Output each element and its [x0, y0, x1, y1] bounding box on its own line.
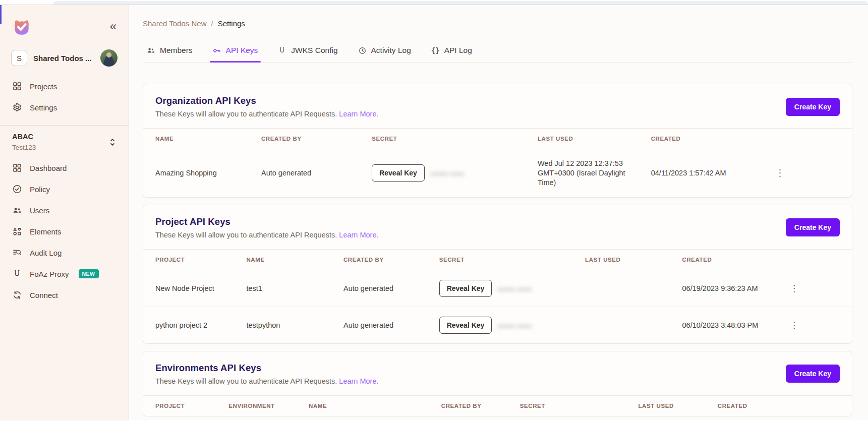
tab-label: API Keys	[226, 46, 258, 55]
sidebar-item-connect[interactable]: Connect	[7, 284, 122, 306]
table-row: New Node Projecttest1Auto generatedRevea…	[143, 270, 852, 307]
policy-icon	[12, 184, 22, 194]
row-menu-kebab-icon[interactable]: ⋮	[786, 319, 803, 332]
column-header: SECRET	[514, 395, 632, 416]
workspace-name: Shared Todos ...	[33, 54, 94, 63]
secret-cell: Reveal Key●●●●● ●●●●	[366, 149, 532, 197]
sidebar-item-label: Projects	[30, 82, 57, 91]
column-header: CREATED BY	[255, 129, 366, 149]
sliders-icon	[278, 46, 286, 55]
sidebar-item-label: Settings	[30, 103, 57, 112]
masked-secret: ●●●●● ●●●●	[431, 171, 465, 176]
column-header: LAST USED	[632, 395, 711, 416]
learn-more-link[interactable]: Learn More.	[339, 377, 378, 385]
table-row: python project 2testpythonAuto generated…	[143, 307, 852, 343]
tab-activity-log[interactable]: Activity Log	[357, 41, 412, 62]
tab-label: Activity Log	[371, 46, 411, 55]
table-cell: 06/19/2023 9:36:23 AM	[676, 270, 780, 307]
api-key-sections: Organization API KeysThese Keys will all…	[143, 84, 852, 416]
table-cell: python project 2	[143, 307, 240, 343]
table-cell: Auto generated	[255, 149, 366, 197]
breadcrumb: Shared Todos New / Settings	[143, 19, 852, 28]
breadcrumb-separator: /	[211, 19, 213, 28]
column-header: SECRET	[433, 249, 579, 270]
reveal-key-button[interactable]: Reveal Key	[372, 164, 425, 182]
card-header: Project API KeysThese Keys will allow yo…	[143, 205, 852, 249]
column-header: NAME	[303, 395, 435, 416]
sidebar-item-dashboard[interactable]: Dashboard	[7, 157, 122, 178]
new-badge: NEW	[79, 269, 99, 278]
section-subtitle: These Keys will allow you to authenticat…	[155, 231, 379, 239]
column-header: PROJECT	[143, 249, 240, 270]
card-header: Organization API KeysThese Keys will all…	[143, 84, 852, 128]
sidebar-primary-nav: ProjectsSettings	[0, 71, 129, 118]
row-menu-kebab-icon[interactable]: ⋮	[772, 166, 789, 179]
sidebar-item-projects[interactable]: Projects	[7, 76, 122, 97]
sidebar-item-label: Connect	[30, 291, 58, 299]
column-header: NAME	[240, 249, 337, 270]
tab-jwks-config[interactable]: JWKS Config	[277, 41, 338, 62]
sidebar-item-settings[interactable]: Settings	[7, 97, 122, 118]
section-title: Environments API Keys	[155, 363, 379, 374]
unfold-more-icon	[108, 137, 117, 147]
tab-api-log[interactable]: {}API Log	[430, 41, 473, 62]
column-header: ENVIRONMENT	[222, 395, 303, 416]
table-cell: 04/11/2023 1:57:42 AM	[645, 149, 766, 197]
section-title: Organization API Keys	[155, 95, 379, 106]
org-project-selector[interactable]: ABAC Test123	[0, 126, 129, 152]
row-menu-kebab-icon[interactable]: ⋮	[786, 282, 803, 295]
column-header: CREATED	[712, 395, 817, 416]
table-cell: New Node Project	[143, 270, 240, 307]
tab-label: Members	[160, 46, 193, 55]
create-key-button[interactable]: Create Key	[786, 98, 840, 116]
table-header-row: PROJECTENVIRONMENTNAMECREATED BYSECRETLA…	[143, 395, 852, 416]
sidebar: « S Shared Todos ... ProjectsSettings AB…	[0, 5, 129, 420]
card-header: Environments API KeysThese Keys will all…	[143, 351, 852, 395]
reveal-key-button[interactable]: Reveal Key	[439, 317, 492, 334]
secret-cell: Reveal Key●●●●● ●●●●	[433, 307, 579, 343]
table-cell: test1	[240, 270, 337, 307]
tab-members[interactable]: Members	[146, 41, 194, 62]
api-keys-table: PROJECTNAMECREATED BYSECRETLAST USEDCREA…	[143, 249, 852, 343]
secret-cell: Reveal Key●●●●● ●●●●	[433, 270, 579, 307]
sidebar-item-audit-log[interactable]: Audit Log	[7, 242, 122, 263]
key-icon	[213, 46, 221, 55]
actions-cell: ⋮	[780, 270, 852, 307]
column-actions	[780, 249, 852, 270]
column-header: CREATED	[645, 129, 766, 149]
sidebar-item-elements[interactable]: Elements	[7, 221, 122, 242]
breadcrumb-parent-link[interactable]: Shared Todos New	[143, 19, 206, 28]
grid-icon	[12, 81, 22, 91]
audit-log-icon	[12, 248, 22, 258]
tab-api-keys[interactable]: API Keys	[212, 41, 259, 62]
sidebar-header: «	[0, 5, 129, 37]
collapse-sidebar-button[interactable]: «	[110, 20, 117, 32]
sidebar-item-label: Dashboard	[30, 164, 67, 172]
column-header: NAME	[143, 129, 255, 149]
sidebar-item-policy[interactable]: Policy	[7, 178, 122, 200]
reveal-key-button[interactable]: Reveal Key	[439, 280, 492, 297]
user-avatar[interactable]	[100, 49, 118, 67]
actions-cell: ⋮	[766, 149, 852, 197]
create-key-button[interactable]: Create Key	[786, 365, 840, 383]
learn-more-link[interactable]: Learn More.	[339, 110, 378, 118]
members-icon	[147, 46, 155, 55]
sidebar-item-foaz-proxy[interactable]: FoAz ProxyNEW	[7, 263, 122, 284]
section-subtitle: These Keys will allow you to authenticat…	[155, 377, 379, 385]
sidebar-item-label: Users	[30, 206, 49, 215]
breadcrumb-current: Settings	[218, 19, 245, 28]
sidebar-item-label: FoAz Proxy	[30, 270, 69, 278]
cable-icon	[12, 269, 22, 279]
column-header: CREATED BY	[435, 395, 514, 416]
sidebar-item-users[interactable]: Users	[7, 200, 122, 221]
organization-api-keys-card: Organization API KeysThese Keys will all…	[143, 84, 852, 198]
browser-tab-shape	[53, 1, 868, 5]
history-icon	[358, 46, 367, 55]
create-key-button[interactable]: Create Key	[786, 218, 840, 236]
gear-icon	[12, 102, 22, 112]
permit-logo-icon	[11, 16, 32, 37]
learn-more-link[interactable]: Learn More.	[339, 231, 378, 239]
table-header-row: NAMECREATED BYSECRETLAST USEDCREATED	[143, 129, 852, 149]
workspace-switcher[interactable]: S Shared Todos ...	[7, 47, 122, 69]
sidebar-item-label: Elements	[30, 227, 62, 236]
